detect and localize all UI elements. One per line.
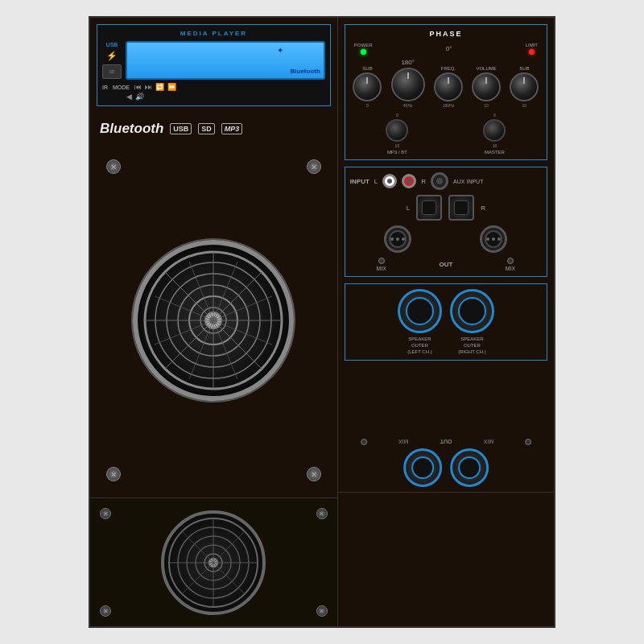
back-btn[interactable]: ◀ bbox=[126, 93, 132, 101]
mix-left-group: MIX bbox=[377, 258, 386, 271]
sub-scale-min: 0 bbox=[366, 103, 369, 108]
next-btn[interactable]: ⏩ bbox=[167, 83, 176, 91]
aux-label: AUX INPUT bbox=[453, 179, 483, 184]
bluetooth-icon-small: ✦ bbox=[277, 46, 283, 55]
master-scale-min: 0 bbox=[493, 113, 496, 118]
repeat-btn[interactable]: 🔁 bbox=[155, 83, 164, 91]
xlr-left-inner bbox=[389, 230, 407, 248]
play-btn[interactable]: ⏭ bbox=[145, 83, 152, 91]
left-jack-label: L bbox=[407, 204, 410, 212]
sub-right-label: SUB bbox=[519, 66, 529, 71]
xlr-row bbox=[350, 225, 542, 253]
speaker-labels-row: SPEAKER OUTER (LEFT CH.) SPEAKER OUTER (… bbox=[350, 336, 542, 355]
xlr-pin-3 bbox=[402, 237, 405, 241]
freq-knob[interactable] bbox=[434, 72, 463, 101]
xlr-right bbox=[480, 225, 507, 253]
prev-btn[interactable]: ⏮ bbox=[134, 83, 142, 91]
speaker-left-label: SPEAKER OUTER (LEFT CH.) bbox=[398, 336, 442, 355]
speaker-bottom-left-inner bbox=[458, 456, 481, 479]
speaker-right-inner bbox=[458, 297, 486, 325]
mix-row-bottom: MIX OUT MIX bbox=[345, 439, 547, 445]
screw-bottom-left: ✕ bbox=[106, 467, 121, 481]
speaker-connectors-row bbox=[350, 289, 542, 333]
left-panel: MEDIA PLAYER USB ⚡ SD ✦ Bluetooth IR bbox=[90, 18, 338, 626]
led-limit bbox=[529, 49, 535, 55]
master-knob[interactable] bbox=[483, 119, 506, 142]
speaker-left-inner bbox=[406, 297, 434, 325]
aux-group: AUX INPUT bbox=[453, 179, 483, 184]
phase-knob[interactable] bbox=[391, 68, 425, 101]
volume-knob[interactable] bbox=[472, 72, 501, 101]
right-rca-label: R bbox=[421, 178, 426, 185]
speaker-right-label: SPEAKER OUTER (RIGHT CH.) bbox=[450, 336, 494, 355]
input-label: INPUT bbox=[350, 178, 369, 185]
volume-group: VOLUME 10 bbox=[472, 66, 501, 108]
phase-angle-group: 180° 40Hz bbox=[391, 59, 425, 108]
right-jack-inner bbox=[454, 200, 469, 215]
xlr-pin-5 bbox=[492, 237, 495, 241]
bluetooth-feature-label: Bluetooth bbox=[100, 121, 163, 137]
screw-sm-top-left: ✕ bbox=[100, 508, 111, 519]
mp3-feature-label: MP3 bbox=[221, 123, 243, 134]
volume-scale: 10 bbox=[484, 103, 489, 108]
fan-grid bbox=[141, 248, 286, 393]
rca-black-inner bbox=[436, 178, 443, 184]
mix-left-dot bbox=[378, 258, 385, 264]
screw-top-left: ✕ bbox=[106, 159, 121, 174]
usb-icon: ⚡ bbox=[106, 51, 118, 61]
mix-bottom-right-label: MIX bbox=[398, 440, 408, 445]
rca-white-connector bbox=[382, 174, 397, 188]
screw-sm-bottom-left: ✕ bbox=[100, 605, 111, 617]
right-jack-label: R bbox=[481, 204, 485, 212]
limit-indicator: LIMIT bbox=[526, 43, 538, 55]
left-quarter-jack bbox=[416, 195, 442, 221]
mix-bottom-left-label: MIX bbox=[484, 440, 493, 445]
rca-red-inner bbox=[407, 179, 411, 184]
volume-label: VOLUME bbox=[476, 66, 496, 71]
out-bottom-label: OUT bbox=[440, 440, 452, 445]
fan-outer bbox=[133, 240, 294, 401]
media-left-controls: USB ⚡ SD bbox=[102, 42, 122, 79]
vol-btn[interactable]: 🔊 bbox=[135, 93, 144, 101]
sub-left-label: SUB bbox=[362, 66, 372, 71]
freq-label: FREQ. bbox=[441, 66, 456, 71]
mp3bt-knob[interactable] bbox=[386, 119, 408, 142]
master-label: MASTER bbox=[485, 150, 505, 155]
mode-label: MODE bbox=[113, 85, 130, 90]
fan-section: ✕ ✕ ✕ ✕ bbox=[98, 151, 329, 489]
sd-feature-label: SD bbox=[198, 123, 215, 134]
speaker-bottom-right-inner bbox=[411, 456, 434, 479]
phase-indicators: POWER 0° LIMIT bbox=[350, 43, 542, 55]
mix-left-label: MIX bbox=[377, 266, 386, 271]
knobs-row-1: SUB 0 180° 40Hz FREQ. bbox=[350, 59, 542, 108]
right-quarter-jack bbox=[448, 195, 474, 221]
screw-bottom-right: ✕ bbox=[307, 467, 321, 481]
fan-bottom bbox=[161, 510, 266, 615]
speaker-left-label-group: SPEAKER OUTER (LEFT CH.) bbox=[398, 336, 442, 355]
mix-dot-bottom-left bbox=[525, 439, 531, 445]
power-indicator: POWER bbox=[354, 43, 373, 55]
knob-tick bbox=[366, 77, 368, 84]
sub-scale-max: 10 bbox=[522, 103, 527, 108]
mp3bt-group: 0 10 MP3 / BT bbox=[386, 113, 408, 155]
speaker-bottom-left bbox=[450, 448, 489, 487]
sub-right-knob-tick bbox=[523, 77, 525, 84]
left-bottom: ✕ ✕ ✕ ✕ bbox=[90, 497, 337, 626]
zero-degree-label: 0° bbox=[446, 45, 452, 52]
bottom-right-inner: MIX OUT MIX bbox=[345, 439, 547, 487]
speaker-bottom-right bbox=[403, 448, 442, 487]
lcd-display: ✦ Bluetooth bbox=[126, 41, 325, 80]
xlr-pin-2 bbox=[396, 237, 399, 241]
sub-right-knob[interactable] bbox=[510, 72, 539, 101]
media-player-title: MEDIA PLAYER bbox=[102, 30, 325, 37]
input-section: INPUT L R AUX INPUT L bbox=[345, 167, 547, 277]
mp3bt-scale-max: 10 bbox=[395, 143, 400, 148]
out-section: MIX OUT MIX bbox=[350, 258, 542, 271]
left-rca-label: L bbox=[374, 178, 378, 185]
screw-sm-bottom-right: ✕ bbox=[316, 605, 328, 617]
master-scale-max: 10 bbox=[493, 143, 497, 148]
left-jack-inner bbox=[422, 200, 436, 215]
sub-left-knob[interactable] bbox=[353, 72, 382, 101]
phase-title: PHASE bbox=[350, 30, 542, 38]
xlr-left bbox=[384, 225, 411, 253]
